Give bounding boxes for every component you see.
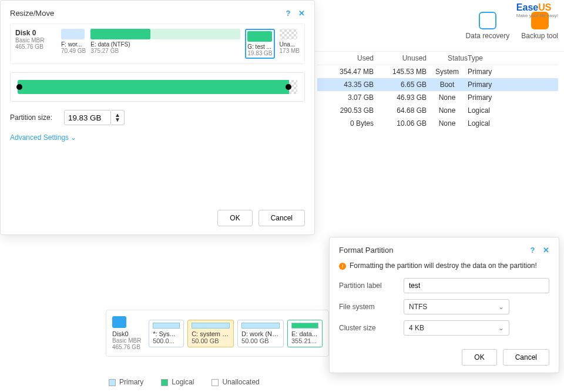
partition-table: Used Unused Status Type 354.47 MB145.53 …: [317, 52, 558, 130]
partition-box[interactable]: D: work (NTFS)50.00 GB: [237, 320, 284, 347]
resize-slider-area: [10, 72, 305, 102]
cancel-button[interactable]: Cancel: [503, 349, 549, 366]
dialog-title: Resize/Move: [10, 9, 54, 18]
recovery-icon: [479, 12, 496, 29]
toolbar-label: Backup tool: [521, 32, 558, 40]
disk-overview: Disk 0 Basic MBR 465.76 GB F: wor... 70.…: [10, 24, 305, 64]
partition-segment[interactable]: F: wor... 70.49 GB: [61, 29, 86, 54]
ok-button[interactable]: OK: [462, 349, 496, 366]
cluster-size-select[interactable]: 4 KB: [404, 320, 509, 336]
advanced-settings-toggle[interactable]: Advanced Settings ⌄: [10, 133, 305, 142]
file-system-label: File system: [339, 303, 404, 311]
warning-icon: !: [339, 263, 346, 270]
swatch-unallocated: [212, 379, 219, 386]
swatch-primary: [109, 379, 116, 386]
legend: Primary Logical Unallocated: [109, 378, 260, 386]
partition-box[interactable]: *: Sys...500.0...: [149, 320, 184, 347]
resize-move-dialog: Resize/Move ? ✕ Disk 0 Basic MBR 465.76 …: [0, 0, 315, 235]
ok-button[interactable]: OK: [217, 210, 252, 226]
partition-box[interactable]: C: system (NT...50.00 GB: [187, 320, 234, 347]
partition-size-label: Partition size:: [10, 113, 52, 122]
partition-segment-unallocated[interactable]: Una... 173 MB: [280, 29, 300, 54]
partition-label-label: Partition label: [339, 282, 404, 290]
toolbar-label: Data recovery: [466, 32, 510, 40]
help-icon[interactable]: ?: [286, 9, 290, 18]
format-warning: !Formatting the partition will destroy t…: [339, 262, 549, 270]
dialog-title: Format Partition: [339, 246, 393, 254]
help-icon[interactable]: ?: [530, 246, 535, 254]
brand-logo: EaseUS Make your life easy!: [516, 2, 558, 18]
partition-label-input[interactable]: [404, 278, 549, 293]
resize-slider[interactable]: [18, 80, 297, 94]
slider-handle-left[interactable]: [16, 84, 22, 90]
table-row[interactable]: 290.53 GB64.68 GBNoneLogical: [317, 104, 558, 117]
partition-segment-selected[interactable]: G: test ... 19.83 GB: [245, 29, 274, 59]
disk-label: Disk0 Basic MBR 465.76 GB: [112, 316, 145, 350]
disk-map: Disk0 Basic MBR 465.76 GB *: Sys...500.0…: [106, 310, 329, 357]
cancel-button[interactable]: Cancel: [258, 210, 305, 226]
table-header: Used Unused Status Type: [317, 52, 558, 65]
file-system-select[interactable]: NTFS: [404, 299, 509, 314]
table-row[interactable]: 3.07 GB46.93 GBNonePrimary: [317, 91, 558, 104]
toolbar-item-recovery[interactable]: Data recovery: [466, 12, 510, 40]
table-row[interactable]: 354.47 MB145.53 MBSystemPrimary: [317, 65, 558, 78]
partition-segment[interactable]: E: data (NTFS) 375.27 GB: [90, 29, 240, 54]
partition-box[interactable]: E: data...355.21...: [287, 320, 323, 347]
table-row[interactable]: 43.35 GB6.65 GBBootPrimary: [317, 78, 558, 91]
close-icon[interactable]: ✕: [298, 9, 305, 18]
size-stepper[interactable]: ▲▼: [111, 110, 125, 125]
disk-name: Disk 0: [15, 29, 36, 37]
swatch-logical: [161, 379, 168, 386]
format-partition-dialog: Format Partition ? ✕ !Formatting the par…: [329, 237, 559, 373]
table-row[interactable]: 0 Bytes10.06 GBNoneLogical: [317, 117, 558, 130]
slider-handle-right[interactable]: [286, 84, 291, 90]
partition-size-input[interactable]: [64, 110, 111, 125]
disk-icon: [112, 316, 126, 328]
close-icon[interactable]: ✕: [543, 246, 549, 254]
cluster-size-label: Cluster size: [339, 324, 404, 332]
